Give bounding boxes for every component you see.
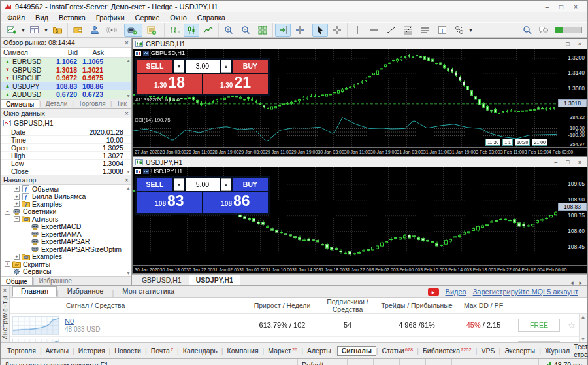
signal-row[interactable]: N048 033 USD613.79% / 102544 968 /61%45%…: [10, 314, 587, 337]
scroll-up-icon[interactable]: ▲: [126, 186, 131, 190]
channel-button[interactable]: [417, 24, 433, 37]
market-watch-row[interactable]: ▼GBPUSD1.30181.3021: [1, 66, 131, 75]
crosshair-button[interactable]: [329, 24, 345, 37]
navigator-item[interactable]: ExpertMAPSAR: [1, 238, 131, 246]
navigator-item[interactable]: +fБилла Вильямса: [1, 193, 131, 201]
toolbox-tab-vps[interactable]: VPS: [477, 347, 498, 355]
toolbox-tab-журнал[interactable]: Журнал: [541, 347, 574, 355]
menu-item-3[interactable]: Вставка: [54, 14, 91, 22]
expand-icon[interactable]: +: [14, 186, 20, 192]
scroll-down-icon[interactable]: ▼: [126, 169, 131, 174]
toolbox-tab-сигналы[interactable]: Сигналы: [337, 346, 376, 356]
chart-minimize-button[interactable]: –: [554, 41, 557, 47]
deposit-button[interactable]: [70, 24, 86, 37]
autoscroll-button[interactable]: [275, 24, 291, 37]
market-watch-row[interactable]: ▼USDCHF0.96720.9675: [1, 74, 131, 82]
zoom-out-button[interactable]: [238, 24, 253, 37]
market-watch-row[interactable]: ▲USDJPY108.83108.86: [1, 82, 131, 91]
tab-scroll-left-icon[interactable]: ◄: [569, 280, 574, 285]
menu-item-1[interactable]: Файл: [2, 14, 30, 22]
navigator-item[interactable]: ExpertMACD: [1, 223, 131, 231]
toolbox-tab-компания[interactable]: Компания: [223, 347, 263, 355]
buy-price-button[interactable]: 10886: [203, 192, 268, 213]
shapes-button[interactable]: [451, 24, 467, 37]
toolbox-tab-торговля[interactable]: Торговля: [3, 347, 40, 355]
sell-button[interactable]: SELL: [137, 178, 172, 191]
menu-item-6[interactable]: Окно: [165, 14, 192, 22]
buy-price-button[interactable]: 1.3021: [203, 74, 268, 94]
volume-input[interactable]: 5.00: [186, 178, 220, 191]
chart-minimize-button[interactable]: –: [554, 159, 557, 165]
tile-windows-button[interactable]: [255, 24, 270, 37]
shift-chart-button[interactable]: [292, 24, 308, 37]
trendline-button[interactable]: [384, 24, 399, 37]
signal-row[interactable]: Prospector Scalper EA201.54% / 912653 43…: [10, 337, 587, 342]
scroll-down-icon[interactable]: ▼: [581, 336, 586, 342]
close-icon[interactable]: ×: [3, 287, 7, 294]
navigator-tab-1[interactable]: Общие: [1, 277, 33, 285]
video-link[interactable]: Видео: [446, 288, 466, 296]
chart-tab-1[interactable]: GBPUSD,H1: [135, 275, 189, 285]
status-profile[interactable]: Default: [298, 359, 348, 365]
toolbox-tab-библиотека[interactable]: Библиотека7202: [419, 347, 476, 355]
menu-item-4[interactable]: Графики: [91, 14, 130, 22]
menu-item-7[interactable]: Справка: [192, 14, 231, 22]
chat-icon[interactable]: [538, 25, 549, 35]
bars-view-button[interactable]: 1: [167, 24, 182, 37]
toolbox-tab-статьи[interactable]: Статьи678: [378, 347, 417, 355]
fibo-button[interactable]: [400, 24, 416, 37]
sell-price-button[interactable]: 1.3018: [137, 74, 202, 94]
volume-decrease-button[interactable]: ▼: [174, 178, 184, 191]
broadcast-button[interactable]: [104, 24, 120, 37]
collapse-icon[interactable]: −: [5, 209, 10, 215]
signals-tab-1[interactable]: Главная: [12, 286, 57, 297]
toolbox-tab-почта[interactable]: Почта7: [147, 347, 177, 355]
chart-maximize-button[interactable]: □: [566, 41, 569, 47]
zoom-in-button[interactable]: [221, 24, 237, 37]
scroll-up-icon[interactable]: ▲: [581, 314, 586, 320]
navigator-item[interactable]: +fОбъемы: [1, 185, 131, 193]
navigator-item[interactable]: ExpertMAMA: [1, 230, 131, 238]
menu-item-5[interactable]: Сервис: [130, 14, 165, 22]
scroll-up-icon[interactable]: ▲: [126, 58, 131, 63]
expand-icon[interactable]: +: [5, 261, 10, 267]
free-button[interactable]: FREE: [518, 341, 560, 342]
market-watch-row[interactable]: ▲AUDUSD0.67200.6723: [1, 90, 131, 99]
collapse-icon[interactable]: −: [14, 216, 20, 222]
window-maximize-button[interactable]: □: [559, 3, 563, 10]
tab-scroll-right-icon[interactable]: ►: [578, 280, 583, 285]
chart-titlebar-gbpusd[interactable]: GBPUSD,H1–□×: [133, 39, 587, 49]
new-chart-button[interactable]: [4, 24, 20, 37]
close-icon[interactable]: ×: [125, 110, 129, 117]
window-minimize-button[interactable]: –: [546, 3, 549, 10]
market-watch-tab-2[interactable]: Детали: [41, 99, 72, 108]
sell-price-button[interactable]: 10883: [137, 192, 202, 213]
market-watch-tab-1[interactable]: Символы: [1, 99, 39, 108]
buy-button[interactable]: BUY: [233, 178, 268, 191]
chevron-down-icon[interactable]: ▼: [44, 28, 48, 33]
navigator-tab-2[interactable]: Избранное: [35, 277, 77, 285]
search-icon[interactable]: [522, 25, 532, 35]
chart-tab-2[interactable]: USDJPY,H1: [189, 275, 240, 285]
buy-button[interactable]: BUY: [233, 60, 268, 73]
toolbox-tab-новости[interactable]: Новости: [110, 347, 145, 355]
window-close-button[interactable]: ×: [574, 3, 578, 10]
market-watch-tab-4[interactable]: Тик: [112, 99, 131, 108]
navigator-item[interactable]: +Скрипты: [1, 260, 131, 268]
navigator-item[interactable]: −Advisors: [1, 215, 131, 223]
close-icon[interactable]: ×: [125, 177, 129, 184]
toolbox-tab-история[interactable]: История: [74, 347, 109, 355]
market-watch-tab-3[interactable]: Торговля: [74, 99, 110, 108]
scroll-down-icon[interactable]: ▼: [126, 94, 131, 98]
signals-tab-3[interactable]: Моя статистика: [114, 286, 183, 297]
autotrade-button[interactable]: [124, 24, 142, 37]
volume-increase-button[interactable]: ▲: [221, 60, 231, 73]
toolbox-tab-маркет[interactable]: Маркет26: [264, 347, 301, 355]
chevron-down-icon[interactable]: ▼: [468, 28, 473, 33]
hline-button[interactable]: [367, 24, 382, 37]
close-icon[interactable]: ×: [125, 39, 129, 46]
toolbox-tab-календарь[interactable]: Календарь: [179, 347, 221, 355]
candles-view-button[interactable]: [184, 24, 199, 37]
signals-tab-2[interactable]: Избранное: [59, 286, 112, 297]
text-tool-button[interactable]: T: [434, 24, 450, 37]
